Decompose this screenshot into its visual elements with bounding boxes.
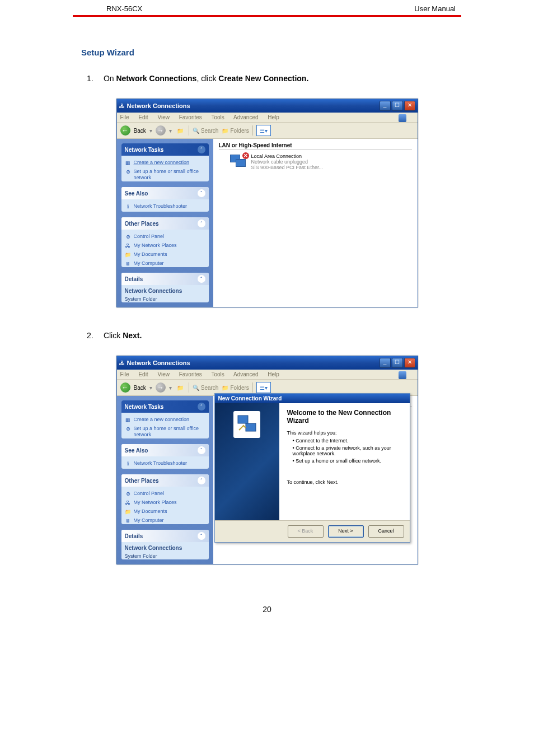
maximize-button[interactable]: ☐	[392, 358, 403, 368]
sidebar-item-label: My Computer	[134, 517, 164, 524]
window-title: Network Connections	[125, 102, 380, 109]
close-button[interactable]: ✕	[404, 358, 415, 368]
minimize-button[interactable]: _	[380, 101, 391, 111]
chevron-up-icon[interactable]: ˆ	[198, 532, 205, 540]
sidebar-item-control-panel[interactable]: ⚙ Control Panel	[125, 232, 205, 241]
svg-rect-1	[246, 423, 256, 431]
sidebar-item-my-documents[interactable]: 📁 My Documents	[125, 250, 205, 259]
panel-header[interactable]: Network Tasks ˆ	[121, 400, 209, 413]
wizard-next-button[interactable]: Next >	[328, 525, 364, 538]
up-button[interactable]: 📁	[175, 382, 185, 393]
chevron-up-icon[interactable]: ˆ	[198, 146, 205, 153]
back-button[interactable]: ←	[120, 382, 130, 393]
search-button[interactable]: 🔍 Search	[193, 128, 219, 134]
panel-header[interactable]: Details ˆ	[121, 530, 209, 542]
forward-button[interactable]: →	[156, 125, 166, 136]
sidebar-item-my-documents[interactable]: 📁 My Documents	[125, 507, 205, 516]
forward-button[interactable]: →	[156, 382, 166, 393]
toolbar-separator	[189, 125, 189, 136]
step-bold: Create New Connection	[218, 74, 306, 83]
chevron-up-icon[interactable]: ˆ	[198, 403, 205, 410]
menu-file[interactable]: File	[120, 371, 129, 377]
content-pane[interactable]: LAN or High-Speed Internet ✕ Local Area …	[213, 139, 418, 307]
menu-view[interactable]: View	[157, 371, 170, 377]
chevron-up-icon[interactable]: ˆ	[198, 275, 205, 283]
panel-title: See Also	[125, 447, 148, 454]
search-button[interactable]: 🔍 Search	[193, 385, 219, 391]
menu-tools[interactable]: Tools	[211, 114, 224, 120]
sidebar-item-home-network[interactable]: ⚙ Set up a home or small office network	[125, 424, 205, 438]
titlebar[interactable]: 🖧 Network Connections _ ☐ ✕	[117, 356, 418, 370]
menu-edit[interactable]: Edit	[138, 114, 148, 120]
close-button[interactable]: ✕	[404, 101, 415, 111]
panel-header[interactable]: Details ˆ	[121, 273, 209, 285]
panel-title: Details	[125, 533, 143, 539]
chevron-up-icon[interactable]: ˆ	[198, 477, 205, 484]
step-dot: .	[139, 331, 142, 340]
toolbar: ← Back ▾ → ▾ 📁 🔍 Search 📁 Folders ☰▾	[117, 123, 418, 139]
panel-title: Details	[125, 276, 143, 282]
menu-edit[interactable]: Edit	[138, 371, 148, 377]
menu-favorites[interactable]: Favorites	[179, 371, 202, 377]
wizard-icon	[233, 411, 260, 438]
throbber-icon	[399, 114, 406, 122]
folders-button[interactable]: 📁 Folders	[222, 128, 249, 134]
panel-header[interactable]: See Also ˆ	[121, 444, 209, 456]
step-2: 2. Click Next.	[87, 331, 534, 340]
up-button[interactable]: 📁	[175, 125, 185, 136]
chevron-up-icon[interactable]: ˆ	[198, 220, 205, 227]
chevron-up-icon[interactable]: ˆ	[198, 446, 205, 454]
sidebar-item-label: Set up a home or small office network	[134, 169, 205, 181]
wizard-back-button: < Back	[288, 525, 324, 538]
menu-file[interactable]: File	[120, 114, 129, 120]
sidebar-item-label: Create a new connection	[134, 160, 190, 166]
content-group-header: LAN or High-Speed Internet	[219, 142, 412, 150]
menu-favorites[interactable]: Favorites	[179, 114, 202, 120]
wizard-titlebar[interactable]: New Connection Wizard	[215, 394, 410, 403]
chevron-up-icon[interactable]: ˆ	[198, 189, 205, 197]
lan-unplugged-icon: ✕	[230, 153, 248, 171]
sidebar-item-troubleshooter[interactable]: ℹ Network Troubleshooter	[125, 459, 205, 468]
maximize-button[interactable]: ☐	[392, 101, 403, 111]
wizard-bullet: Connect to the Internet.	[293, 438, 402, 444]
panel-network-tasks: Network Tasks ˆ ▦ Create a new connectio…	[121, 400, 209, 438]
step-text: , click	[196, 74, 216, 83]
panel-header[interactable]: Other Places ˆ	[121, 474, 209, 487]
menu-advanced[interactable]: Advanced	[233, 114, 258, 120]
back-button[interactable]: ←	[120, 125, 130, 136]
menu-tools[interactable]: Tools	[211, 371, 224, 377]
sidebar-item-home-network[interactable]: ⚙ Set up a home or small office network	[125, 167, 205, 181]
back-label[interactable]: Back	[134, 385, 146, 391]
sidebar-item-network-places[interactable]: 🖧 My Network Places	[125, 498, 205, 507]
back-label[interactable]: Back	[134, 128, 146, 134]
panel-header[interactable]: See Also ˆ	[121, 187, 209, 199]
panel-title: Other Places	[125, 221, 159, 227]
wizard-content: Welcome to the New Connection Wizard Thi…	[279, 403, 410, 520]
sidebar-item-create-connection[interactable]: ▦ Create a new connection	[125, 158, 205, 167]
menu-help[interactable]: Help	[268, 114, 279, 120]
wizard-button-bar: < Back Next > Cancel	[215, 520, 410, 542]
sidebar-item-my-computer[interactable]: 🖥 My Computer	[125, 516, 205, 524]
views-button[interactable]: ☰▾	[256, 382, 271, 393]
menu-view[interactable]: View	[157, 114, 170, 120]
computer-icon: 🖥	[125, 260, 132, 267]
folders-button[interactable]: 📁 Folders	[222, 385, 249, 391]
menu-help[interactable]: Help	[268, 371, 279, 377]
sidebar-item-label: Network Troubleshooter	[134, 460, 188, 466]
doc-model: RNX-56CX	[106, 4, 142, 13]
panel-header[interactable]: Network Tasks ˆ	[121, 143, 209, 156]
minimize-button[interactable]: _	[380, 358, 391, 368]
documents-icon: 📁	[125, 251, 132, 258]
sidebar: Network Tasks ˆ ▦ Create a new connectio…	[117, 139, 213, 307]
sidebar-item-create-connection[interactable]: ▦ Create a new connection	[125, 416, 205, 424]
sidebar-item-my-computer[interactable]: 🖥 My Computer	[125, 259, 205, 267]
sidebar-item-troubleshooter[interactable]: ℹ Network Troubleshooter	[125, 202, 205, 211]
views-button[interactable]: ☰▾	[256, 125, 271, 136]
lan-connection-item[interactable]: ✕ Local Area Connection Network cable un…	[219, 153, 412, 171]
wizard-cancel-button[interactable]: Cancel	[368, 525, 404, 538]
sidebar-item-control-panel[interactable]: ⚙ Control Panel	[125, 489, 205, 498]
sidebar-item-network-places[interactable]: 🖧 My Network Places	[125, 241, 205, 250]
menu-advanced[interactable]: Advanced	[233, 371, 258, 377]
titlebar[interactable]: 🖧 Network Connections _ ☐ ✕	[117, 99, 418, 113]
panel-header[interactable]: Other Places ˆ	[121, 217, 209, 230]
